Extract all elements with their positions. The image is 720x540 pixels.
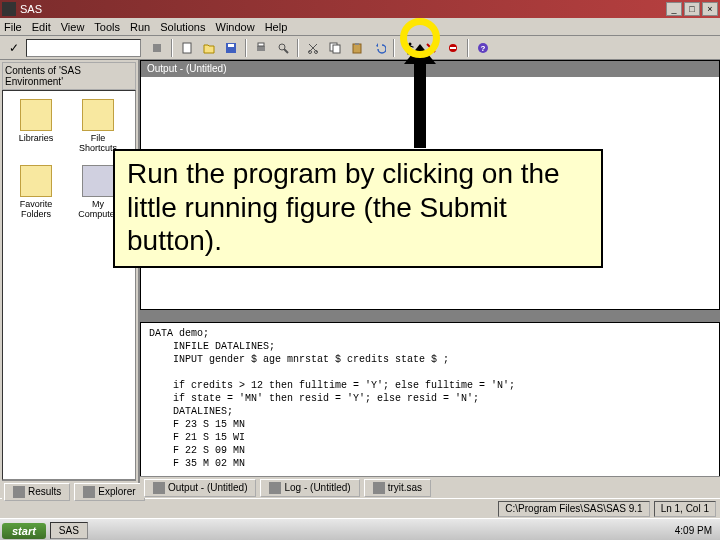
- svg-rect-4: [257, 46, 265, 51]
- explorer-header: Contents of 'SAS Environment': [2, 62, 136, 90]
- explorer-item-libraries[interactable]: Libraries: [11, 99, 61, 153]
- command-input[interactable]: [26, 39, 141, 57]
- copy-button[interactable]: [325, 38, 345, 58]
- minimize-button[interactable]: _: [666, 2, 682, 16]
- menu-solutions[interactable]: Solutions: [160, 21, 205, 33]
- clock: 4:09 PM: [675, 525, 712, 536]
- log-icon: [269, 482, 281, 494]
- new-icon: [180, 41, 194, 55]
- explorer-item-favorite[interactable]: Favorite Folders: [11, 165, 61, 219]
- menubar: File Edit View Tools Run Solutions Windo…: [0, 18, 720, 36]
- undo-button[interactable]: [369, 38, 389, 58]
- callout-text: Run the program by clicking on the littl…: [127, 158, 560, 256]
- tab-output[interactable]: Output - (Untitled): [144, 479, 256, 497]
- paste-button[interactable]: [347, 38, 367, 58]
- system-tray[interactable]: 4:09 PM: [669, 523, 718, 538]
- app-title: SAS: [20, 3, 42, 15]
- cut-button[interactable]: [303, 38, 323, 58]
- undo-icon: [372, 41, 386, 55]
- explorer-item-label: Favorite Folders: [20, 199, 53, 219]
- results-icon: [13, 486, 25, 498]
- go-icon: [150, 41, 164, 55]
- toolbar: ✓ ?: [0, 36, 720, 60]
- open-button[interactable]: [199, 38, 219, 58]
- svg-text:?: ?: [481, 44, 486, 53]
- callout-arrow: [414, 58, 426, 148]
- content-tabbar: Output - (Untitled) Log - (Untitled) try…: [140, 476, 720, 498]
- svg-rect-5: [258, 43, 264, 46]
- tab-label: Results: [28, 486, 61, 497]
- app-icon: [2, 2, 16, 16]
- tab-label: Output - (Untitled): [168, 482, 247, 493]
- start-label: start: [12, 525, 36, 537]
- explorer-icon: [83, 486, 95, 498]
- break-icon: [446, 41, 460, 55]
- tab-log[interactable]: Log - (Untitled): [260, 479, 359, 497]
- new-button[interactable]: [177, 38, 197, 58]
- help-button[interactable]: ?: [473, 38, 493, 58]
- preview-button[interactable]: [273, 38, 293, 58]
- check-icon: ✓: [9, 41, 19, 55]
- svg-rect-16: [450, 47, 456, 49]
- tab-results[interactable]: Results: [4, 483, 70, 501]
- content-area: Output - (Untitled) DATA demo; INFILE DA…: [140, 60, 720, 498]
- tab-explorer[interactable]: Explorer: [74, 483, 144, 501]
- svg-point-9: [315, 50, 318, 53]
- explorer-item-label: File Shortcuts: [79, 133, 117, 153]
- svg-rect-3: [228, 44, 234, 47]
- save-icon: [224, 41, 238, 55]
- explorer-item-label: Libraries: [19, 133, 54, 143]
- main-area: Contents of 'SAS Environment' Libraries …: [0, 60, 720, 498]
- save-button[interactable]: [221, 38, 241, 58]
- open-icon: [202, 41, 216, 55]
- status-position: Ln 1, Col 1: [654, 501, 716, 517]
- callout-text-box: Run the program by clicking on the littl…: [113, 149, 603, 268]
- editor-code: DATA demo; INFILE DATALINES; INPUT gende…: [149, 328, 515, 469]
- help-icon: ?: [476, 41, 490, 55]
- command-go-button[interactable]: [147, 38, 167, 58]
- libraries-icon: [20, 99, 52, 131]
- editor-window[interactable]: DATA demo; INFILE DATALINES; INPUT gende…: [140, 322, 720, 498]
- favorite-folders-icon: [20, 165, 52, 197]
- check-button[interactable]: ✓: [4, 38, 24, 58]
- taskbar-item-sas[interactable]: SAS: [50, 522, 88, 539]
- editor-icon: [373, 482, 385, 494]
- menu-tools[interactable]: Tools: [94, 21, 120, 33]
- menu-run[interactable]: Run: [130, 21, 150, 33]
- taskbar: start SAS 4:09 PM: [0, 518, 720, 540]
- task-label: SAS: [59, 525, 79, 536]
- svg-rect-12: [353, 44, 361, 53]
- close-button[interactable]: ×: [702, 2, 718, 16]
- menu-edit[interactable]: Edit: [32, 21, 51, 33]
- tab-label: Explorer: [98, 486, 135, 497]
- start-button[interactable]: start: [2, 523, 46, 539]
- print-button[interactable]: [251, 38, 271, 58]
- break-button[interactable]: [443, 38, 463, 58]
- svg-point-8: [309, 50, 312, 53]
- menu-help[interactable]: Help: [265, 21, 288, 33]
- svg-rect-11: [333, 45, 340, 53]
- svg-rect-1: [183, 43, 191, 53]
- tab-label: Log - (Untitled): [284, 482, 350, 493]
- print-icon: [254, 41, 268, 55]
- status-path: C:\Program Files\SAS\SAS 9.1: [498, 501, 649, 517]
- menu-file[interactable]: File: [4, 21, 22, 33]
- file-shortcuts-icon: [82, 99, 114, 131]
- explorer-panel: Contents of 'SAS Environment' Libraries …: [0, 60, 140, 498]
- output-icon: [153, 482, 165, 494]
- explorer-item-label: My Computer: [78, 199, 118, 219]
- svg-line-7: [284, 49, 288, 53]
- svg-rect-13: [355, 43, 359, 45]
- menu-window[interactable]: Window: [216, 21, 255, 33]
- menu-view[interactable]: View: [61, 21, 85, 33]
- tab-editor[interactable]: tryit.sas: [364, 479, 431, 497]
- copy-icon: [328, 41, 342, 55]
- computer-icon: [82, 165, 114, 197]
- tab-label: tryit.sas: [388, 482, 422, 493]
- explorer-item-file-shortcuts[interactable]: File Shortcuts: [73, 99, 123, 153]
- paste-icon: [350, 41, 364, 55]
- explorer-tabbar: Results Explorer: [2, 480, 136, 502]
- titlebar: SAS _ □ ×: [0, 0, 720, 18]
- maximize-button[interactable]: □: [684, 2, 700, 16]
- cut-icon: [306, 41, 320, 55]
